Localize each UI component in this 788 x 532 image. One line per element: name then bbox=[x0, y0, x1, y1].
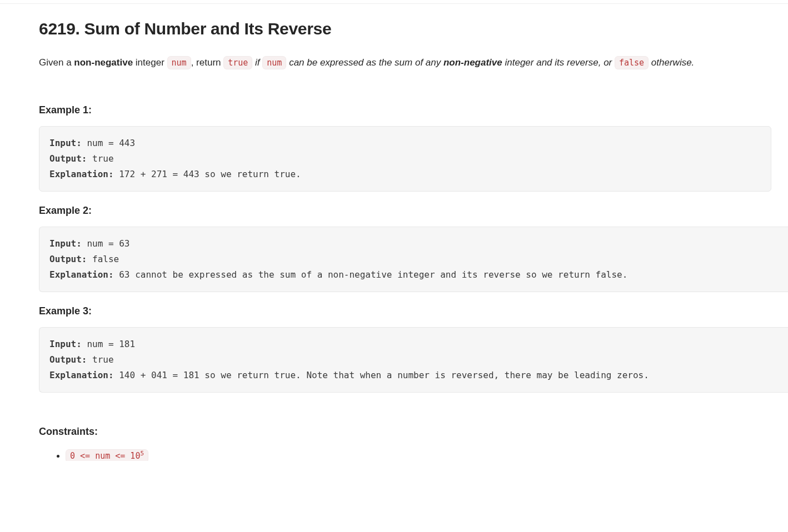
constraint-item: 0 <= num <= 105 bbox=[66, 450, 788, 461]
example-3-block: Input: num = 181 Output: true Explanatio… bbox=[39, 327, 788, 393]
explanation-label: Explanation: bbox=[49, 370, 114, 380]
example-2-explanation: 63 cannot be expressed as the sum of a n… bbox=[114, 269, 628, 280]
output-label: Output: bbox=[49, 354, 87, 365]
input-label: Input: bbox=[49, 339, 82, 349]
code-false: false bbox=[615, 56, 649, 69]
example-2-block: Input: num = 63 Output: false Explanatio… bbox=[39, 227, 788, 292]
desc-text: Given a bbox=[39, 57, 74, 68]
constraint-sup: 5 bbox=[140, 450, 144, 457]
desc-italic: otherwise. bbox=[649, 57, 694, 68]
input-label: Input: bbox=[49, 138, 82, 148]
example-1-block: Input: num = 443 Output: true Explanatio… bbox=[39, 126, 771, 192]
problem-title: 6219. Sum of Number and Its Reverse bbox=[39, 19, 788, 38]
problem-container: 6219. Sum of Number and Its Reverse Give… bbox=[0, 3, 788, 461]
example-3-output: true bbox=[87, 354, 113, 365]
constraint-code: 0 <= num <= 105 bbox=[66, 449, 148, 461]
example-2-input: num = 63 bbox=[82, 238, 130, 249]
example-2-heading: Example 2: bbox=[39, 205, 788, 217]
example-1-explanation: 172 + 271 = 443 so we return true. bbox=[114, 169, 301, 179]
desc-italic: can be expressed as the sum of any bbox=[286, 57, 443, 68]
desc-italic: integer and its reverse, or bbox=[502, 57, 615, 68]
desc-text: integer bbox=[133, 57, 167, 68]
code-num: num bbox=[167, 56, 191, 69]
code-true: true bbox=[223, 56, 252, 69]
explanation-label: Explanation: bbox=[49, 269, 114, 280]
explanation-label: Explanation: bbox=[49, 169, 114, 179]
output-label: Output: bbox=[49, 254, 87, 264]
example-1-input: num = 443 bbox=[82, 138, 135, 148]
example-3-heading: Example 3: bbox=[39, 305, 788, 317]
output-label: Output: bbox=[49, 153, 87, 164]
desc-bold: non-negative bbox=[74, 57, 133, 68]
input-label: Input: bbox=[49, 238, 82, 249]
desc-text: , return bbox=[191, 57, 224, 68]
example-2-output: false bbox=[87, 254, 119, 264]
constraint-pre: 0 <= num <= 10 bbox=[70, 451, 140, 461]
example-3-explanation: 140 + 041 = 181 so we return true. Note … bbox=[114, 370, 649, 380]
code-num: num bbox=[262, 56, 286, 69]
constraints-heading: Constraints: bbox=[39, 426, 788, 438]
constraints-list: 0 <= num <= 105 bbox=[39, 450, 788, 461]
example-1-heading: Example 1: bbox=[39, 104, 771, 116]
problem-description: Given a non-negative integer num, return… bbox=[39, 55, 788, 71]
desc-italic: if bbox=[252, 57, 262, 68]
example-3-input: num = 181 bbox=[82, 339, 135, 349]
desc-bold-italic: non-negative bbox=[443, 57, 502, 68]
example-1-output: true bbox=[87, 153, 113, 164]
